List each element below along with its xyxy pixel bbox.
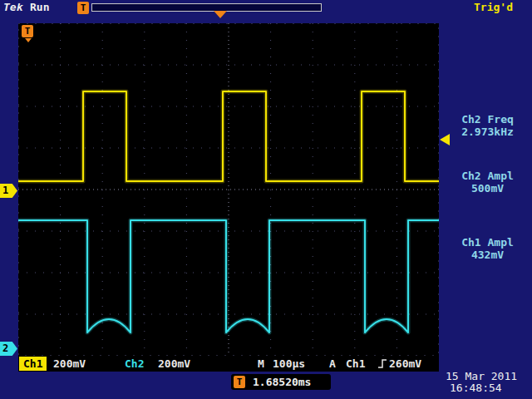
graticule: T bbox=[18, 23, 439, 356]
measurement-value: 2.973kHz bbox=[443, 126, 532, 138]
measurement-ch1-ampl: Ch1 Ampl 432mV bbox=[443, 236, 532, 261]
rising-edge-icon bbox=[377, 358, 387, 372]
trigger-point-arrow-icon bbox=[25, 38, 32, 42]
record-view-bar bbox=[91, 3, 322, 12]
trigger-status: Trig'd bbox=[474, 1, 513, 13]
trigger-delay-readout: T 1.68520ms bbox=[231, 374, 331, 390]
ch2-label: Ch2 bbox=[125, 357, 144, 370]
ch1-ground-marker: 1 bbox=[0, 184, 17, 198]
timebase-value: 100µs bbox=[273, 357, 305, 370]
ch2-volts-per-div: 200mV bbox=[158, 357, 190, 370]
trigger-position-icon: T bbox=[77, 2, 89, 14]
trigger-delay-value: 1.68520ms bbox=[253, 376, 311, 388]
measurement-label: Ch2 Ampl bbox=[443, 170, 532, 182]
measurement-ch2-freq: Ch2 Freq 2.973kHz bbox=[443, 113, 532, 138]
trigger-level-value: 260mV bbox=[389, 357, 421, 370]
ch2-ground-marker: 2 bbox=[0, 342, 17, 356]
ch1-label-badge: Ch1 bbox=[19, 357, 47, 371]
ch2-trace bbox=[18, 220, 439, 332]
trigger-source: Ch1 bbox=[346, 357, 365, 370]
measurement-value: 432mV bbox=[443, 249, 532, 261]
trigger-delay-icon: T bbox=[234, 376, 245, 388]
ch1-volts-per-div: 200mV bbox=[53, 357, 86, 370]
oscilloscope-screen: Tek Run T Trig'd T 1 2 Ch2 Freq 2.973kHz… bbox=[0, 0, 532, 399]
measurement-label: Ch1 Ampl bbox=[443, 236, 532, 249]
tek-logo: Tek bbox=[3, 1, 22, 13]
trigger-type: A bbox=[329, 357, 336, 370]
grid-lines bbox=[18, 23, 439, 356]
waveform-display bbox=[18, 23, 439, 356]
main-timebase-label: M bbox=[258, 357, 264, 370]
measurement-value: 500mV bbox=[443, 182, 532, 195]
horizontal-trigger-position-icon bbox=[214, 11, 227, 18]
measurement-label: Ch2 Freq bbox=[443, 113, 532, 126]
time-display: 16:48:54 bbox=[450, 382, 502, 394]
date-display: 15 Mar 2011 bbox=[446, 370, 517, 382]
ch2-trace-glow bbox=[18, 220, 439, 332]
measurement-ch2-ampl: Ch2 Ampl 500mV bbox=[443, 170, 532, 195]
status-bar: Ch1 200mV Ch2 200mV M 100µs A Ch1 260mV bbox=[18, 356, 439, 372]
acquisition-status: Run bbox=[30, 1, 49, 13]
trigger-point-icon: T bbox=[22, 25, 33, 37]
